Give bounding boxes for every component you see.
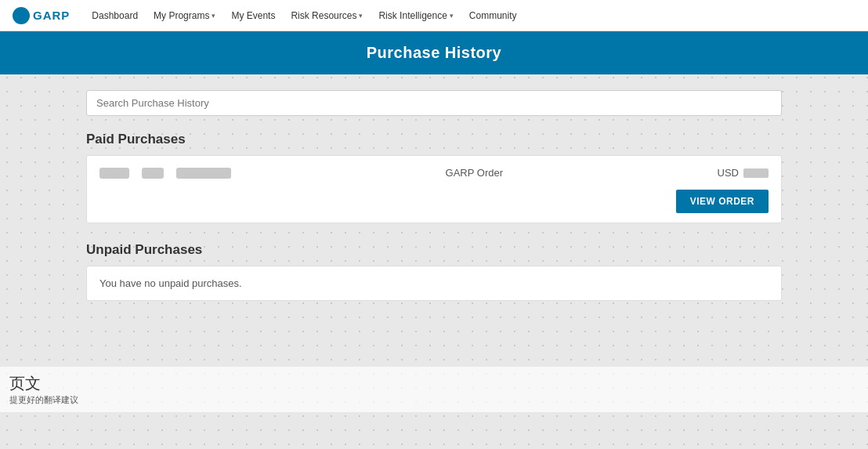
blurred-amount: [743, 168, 769, 178]
paid-section-title: Paid Purchases: [86, 132, 782, 147]
view-order-button[interactable]: VIEW ORDER: [676, 190, 769, 213]
search-input[interactable]: [86, 90, 782, 116]
translation-subtitle: 提更好的翻译建议: [9, 394, 859, 406]
blurred-field-1: [99, 168, 129, 179]
unpaid-empty-message: You have no unpaid purchases.: [99, 277, 769, 289]
blurred-field-2: [142, 168, 164, 179]
nav-items: Dashboard My Programs ▾ My Events Risk R…: [85, 7, 523, 24]
chevron-down-icon: ▾: [359, 12, 363, 20]
logo[interactable]: GARP: [13, 7, 70, 24]
paid-purchases-section: Paid Purchases GARP Order USD VIEW ORDER: [86, 132, 782, 223]
unpaid-purchase-card: You have no unpaid purchases.: [86, 266, 782, 301]
nav-link-dashboard[interactable]: Dashboard: [85, 7, 144, 24]
currency-label: USD: [718, 167, 739, 179]
page-title: Purchase History: [13, 44, 855, 62]
blurred-field-3: [176, 168, 231, 179]
chevron-down-icon: ▾: [212, 12, 215, 20]
nav-link-community[interactable]: Community: [463, 7, 523, 24]
main-content: Paid Purchases GARP Order USD VIEW ORDER…: [74, 74, 794, 335]
usd-section: USD: [718, 167, 769, 179]
nav-link-my-events[interactable]: My Events: [225, 7, 281, 24]
paid-purchase-card: GARP Order USD VIEW ORDER: [86, 155, 782, 223]
nav-item-community[interactable]: Community: [463, 7, 523, 24]
nav-link-my-programs[interactable]: My Programs ▾: [147, 7, 222, 24]
logo-circle: [13, 7, 30, 24]
translation-title: 页文: [9, 373, 859, 394]
order-label: GARP Order: [244, 167, 705, 179]
page-header: Purchase History: [0, 31, 868, 74]
purchase-row: GARP Order USD: [87, 156, 781, 190]
nav-item-dashboard[interactable]: Dashboard: [85, 7, 144, 24]
nav-link-risk-intelligence[interactable]: Risk Intelligence ▾: [372, 7, 459, 24]
view-order-row: VIEW ORDER: [87, 190, 781, 223]
nav-item-risk-intelligence[interactable]: Risk Intelligence ▾: [372, 7, 459, 24]
top-nav: GARP Dashboard My Programs ▾ My Events R…: [0, 0, 868, 31]
nav-item-risk-resources[interactable]: Risk Resources ▾: [284, 7, 369, 24]
unpaid-section-title: Unpaid Purchases: [86, 242, 782, 258]
nav-item-my-events[interactable]: My Events: [225, 7, 281, 24]
chevron-down-icon: ▾: [450, 12, 454, 20]
nav-item-my-programs[interactable]: My Programs ▾: [147, 7, 222, 24]
nav-link-risk-resources[interactable]: Risk Resources ▾: [284, 7, 369, 24]
unpaid-purchases-section: Unpaid Purchases You have no unpaid purc…: [86, 242, 782, 301]
translation-bar: 页文 提更好的翻译建议: [0, 367, 868, 412]
logo-text: GARP: [33, 9, 70, 22]
